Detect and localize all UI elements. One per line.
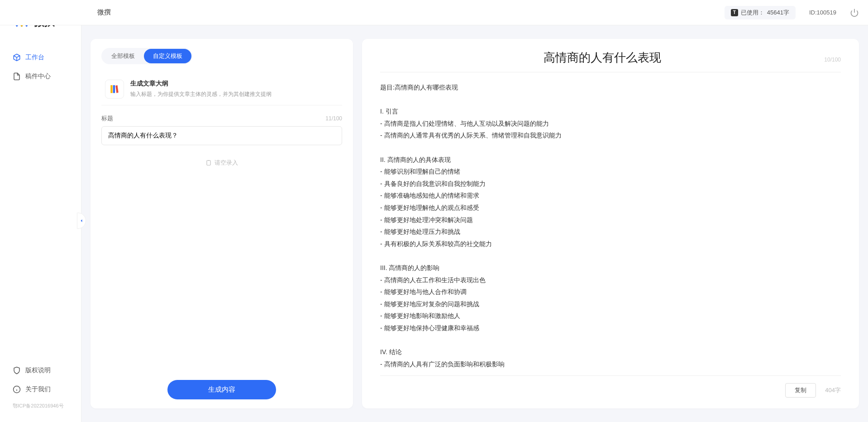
text-icon: T	[731, 9, 738, 16]
input-panel: 全部模板 自定义模板 生成文章大纲 输入标题，为你提供文章主体的灵感，并为其创建…	[91, 39, 353, 408]
output-char-count: 404字	[825, 386, 841, 394]
cube-icon	[13, 53, 21, 62]
topbar: 微撰 T 已使用： 45641字 ID:100519	[0, 0, 868, 25]
sidebar-item-label: 工作台	[25, 53, 44, 62]
shield-icon	[13, 366, 21, 375]
output-body[interactable]: 题目:高情商的人有哪些表现 I. 引言 - 高情商是指人们处理情绪、与他人互动以…	[380, 81, 841, 371]
usage-badge: T 已使用： 45641字	[725, 6, 796, 19]
nav-main: 工作台 稿件中心	[0, 43, 81, 356]
template-tabs: 全部模板 自定义模板	[101, 48, 192, 64]
tab-custom-templates[interactable]: 自定义模板	[144, 49, 191, 63]
output-title: 高情商的人有什么表现	[380, 50, 824, 66]
clipboard-icon	[205, 160, 212, 166]
usage-prefix: 已使用：	[741, 9, 764, 17]
title-input[interactable]	[101, 126, 342, 145]
sidebar-item-label: 关于我们	[25, 385, 51, 394]
app-title: 微撰	[97, 8, 111, 17]
template-desc: 输入标题，为你提供文章主体的灵感，并为其创建推文提纲	[130, 90, 339, 98]
sidebar-item-label: 版权说明	[25, 366, 51, 375]
chevron-left-icon	[79, 218, 84, 223]
icp-text: 鄂ICP备2022016946号	[0, 399, 81, 413]
document-icon	[13, 72, 21, 81]
sidebar-item-workbench[interactable]: 工作台	[0, 48, 81, 67]
sidebar: 微撰 工作台 稿件中心 版权说明 关于我们 鄂ICP备2	[0, 0, 81, 422]
usage-value: 45641字	[767, 9, 789, 17]
divider	[380, 72, 841, 72]
copy-button[interactable]: 复制	[785, 383, 816, 398]
field-label-title: 标题	[101, 114, 113, 123]
output-title-count: 10/100	[824, 57, 841, 63]
empty-prompt: 请空录入	[101, 145, 342, 180]
template-card[interactable]: 生成文章大纲 输入标题，为你提供文章主体的灵感，并为其创建推文提纲	[101, 73, 342, 105]
tab-all-templates[interactable]: 全部模板	[102, 49, 144, 63]
generate-button[interactable]: 生成内容	[167, 380, 276, 399]
sidebar-item-copyright[interactable]: 版权说明	[0, 361, 81, 380]
power-icon[interactable]	[850, 8, 859, 17]
field-char-count: 11/100	[325, 115, 342, 122]
info-icon	[13, 385, 21, 394]
svg-rect-4	[207, 161, 210, 166]
template-title: 生成文章大纲	[130, 80, 339, 88]
sidebar-item-about[interactable]: 关于我们	[0, 380, 81, 399]
main-content: 全部模板 自定义模板 生成文章大纲 输入标题，为你提供文章主体的灵感，并为其创建…	[81, 25, 868, 422]
sidebar-item-label: 稿件中心	[25, 72, 51, 81]
user-id: ID:100519	[809, 9, 836, 16]
output-panel: 高情商的人有什么表现 10/100 题目:高情商的人有哪些表现 I. 引言 - …	[362, 39, 859, 408]
sidebar-footer: 版权说明 关于我们 鄂ICP备2022016946号	[0, 356, 81, 422]
sidebar-item-drafts[interactable]: 稿件中心	[0, 67, 81, 86]
books-icon	[105, 80, 124, 99]
